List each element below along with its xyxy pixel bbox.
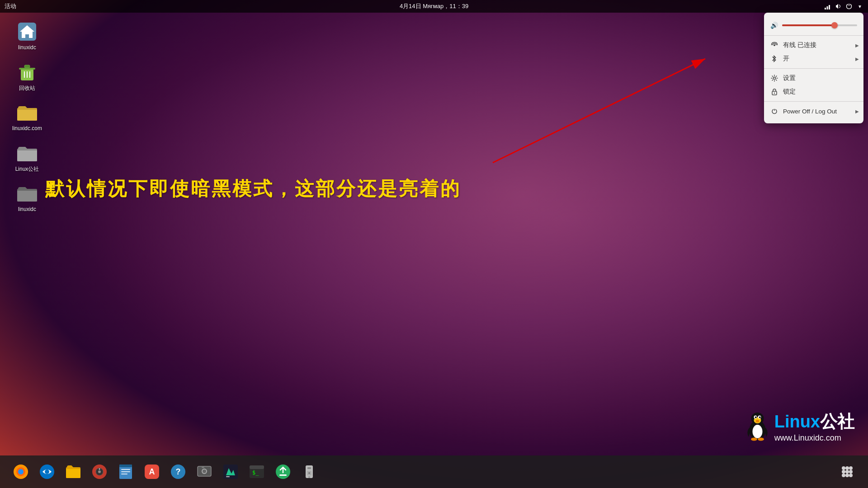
folder2-label: Linux公社 xyxy=(15,166,39,173)
menu-item-poweroff-label: Power Off / Log Out xyxy=(783,108,837,115)
trash-icon xyxy=(16,61,38,83)
watermark-text: Linux公社 www.Linuxidc.com xyxy=(774,410,854,443)
desktop-icon-home[interactable]: linuxidc xyxy=(9,18,45,54)
folder2-icon xyxy=(16,142,38,164)
dock-rhythmbox[interactable] xyxy=(88,460,111,483)
dock-right xyxy=(835,460,859,483)
svg-point-34 xyxy=(98,470,101,473)
svg-rect-50 xyxy=(226,476,230,477)
lock-menu-icon xyxy=(770,88,778,96)
dock-usb[interactable] xyxy=(297,460,321,483)
activities-label[interactable]: 活动 xyxy=(5,2,16,10)
network-section: 有线 已连接 ▶ 开 ▶ xyxy=(764,35,863,68)
svg-text:$_: $_ xyxy=(252,469,259,476)
svg-point-61 xyxy=(842,466,845,470)
firefox-icon xyxy=(13,464,29,480)
dock-files[interactable] xyxy=(61,460,85,483)
menu-item-network-label: 有线 已连接 xyxy=(783,41,816,49)
desktop-icon-folder1[interactable]: linuxidc.com xyxy=(9,99,45,135)
volume-icon[interactable] xyxy=(835,3,842,10)
desktop: 活动 4月14日 Мягмар，11：39 xyxy=(0,0,868,488)
svg-rect-0 xyxy=(825,8,826,9)
terminal-icon: $_ xyxy=(249,464,265,480)
dock-screenshot[interactable] xyxy=(193,460,216,483)
menu-item-bluetooth[interactable]: 开 ▶ xyxy=(764,52,863,66)
dock-appstore[interactable]: A xyxy=(140,460,164,483)
desktop-icon-trash[interactable]: 回收站 xyxy=(9,59,45,95)
menu-item-network[interactable]: 有线 已连接 ▶ xyxy=(764,38,863,52)
topbar-datetime: 4月14日 Мягмар，11：39 xyxy=(400,2,468,10)
svg-rect-1 xyxy=(827,6,828,9)
appstore-icon: A xyxy=(144,464,160,480)
desktop-icon-folder3[interactable]: linuxidc xyxy=(9,180,45,216)
svg-rect-48 xyxy=(202,467,204,468)
svg-rect-2 xyxy=(829,5,830,9)
volume-menu-icon: 🔊 xyxy=(770,22,778,29)
svg-point-68 xyxy=(845,474,849,477)
files-icon xyxy=(65,464,81,480)
svg-rect-40 xyxy=(121,474,127,474)
bluetooth-menu-icon xyxy=(770,55,778,63)
svg-rect-6 xyxy=(24,65,30,68)
menu-item-settings-label: 设置 xyxy=(783,74,796,82)
dock-apps-grid[interactable] xyxy=(835,460,859,483)
svg-point-63 xyxy=(849,466,853,470)
network-arrow-icon: ▶ xyxy=(855,43,859,48)
folder1-label: linuxidc.com xyxy=(12,125,42,132)
svg-rect-37 xyxy=(119,465,132,467)
svg-point-65 xyxy=(845,470,849,474)
trash-icon-label: 回收站 xyxy=(19,85,35,92)
dock-terminal[interactable]: $_ xyxy=(245,460,269,483)
svg-point-29 xyxy=(18,469,24,474)
svg-point-47 xyxy=(203,469,206,473)
power-topbar-icon[interactable] xyxy=(845,3,853,10)
poweroff-arrow-icon: ▶ xyxy=(855,109,859,114)
tux-logo xyxy=(745,412,770,441)
red-arrow-annotation xyxy=(488,45,723,174)
menu-item-poweroff[interactable]: Power Off / Log Out ▶ xyxy=(764,104,863,118)
help-icon: ? xyxy=(170,464,186,480)
watermark-suffix-text: 公社 xyxy=(820,412,854,431)
svg-text:?: ? xyxy=(176,467,181,476)
watermark-linux-text: Linux xyxy=(774,412,820,431)
menu-item-bluetooth-label: 开 xyxy=(783,55,789,63)
volume-thumb xyxy=(831,22,838,28)
menu-item-lock[interactable]: 锁定 xyxy=(764,85,863,99)
svg-text:A: A xyxy=(149,467,155,476)
volume-row[interactable]: 🔊 xyxy=(764,18,863,33)
settings-menu-icon xyxy=(770,74,778,82)
dock-writer[interactable] xyxy=(114,460,137,483)
folder1-icon xyxy=(16,102,38,123)
topbar-dropdown-icon[interactable]: ▼ xyxy=(856,3,863,10)
network-icon[interactable] xyxy=(824,3,831,10)
home-icon-label: linuxidc xyxy=(18,44,36,52)
volume-slider[interactable] xyxy=(782,24,857,26)
dock-help[interactable]: ? xyxy=(166,460,190,483)
updater-icon xyxy=(275,464,291,480)
poweroff-section: Power Off / Log Out ▶ xyxy=(764,101,863,121)
dock-updater[interactable] xyxy=(271,460,295,483)
volume-fill xyxy=(782,24,835,26)
apps-grid-icon xyxy=(839,464,855,480)
dock-thunderbird[interactable] xyxy=(35,460,59,483)
home-icon xyxy=(16,21,38,42)
topbar: 活动 4月14日 Мягмар，11：39 xyxy=(0,0,868,13)
menu-item-settings[interactable]: 设置 xyxy=(764,71,863,85)
power-menu-icon xyxy=(770,107,778,115)
svg-point-13 xyxy=(774,77,776,80)
dock-pycharm[interactable] xyxy=(219,460,242,483)
desktop-icon-folder2[interactable]: Linux公社 xyxy=(9,140,45,176)
pycharm-icon xyxy=(222,464,239,480)
dock-firefox[interactable] xyxy=(9,460,33,483)
svg-line-11 xyxy=(493,59,705,163)
svg-point-67 xyxy=(842,474,845,477)
settings-section: 设置 锁定 xyxy=(764,68,863,101)
svg-point-59 xyxy=(308,472,310,474)
svg-point-31 xyxy=(45,469,49,474)
svg-rect-57 xyxy=(307,467,311,469)
watermark-title: Linux公社 xyxy=(774,410,854,433)
topbar-left: 活动 xyxy=(5,2,16,10)
svg-point-66 xyxy=(849,470,853,474)
system-menu: 🔊 有线 已连接 ▶ xyxy=(764,13,863,123)
screenshot-icon xyxy=(196,464,212,480)
